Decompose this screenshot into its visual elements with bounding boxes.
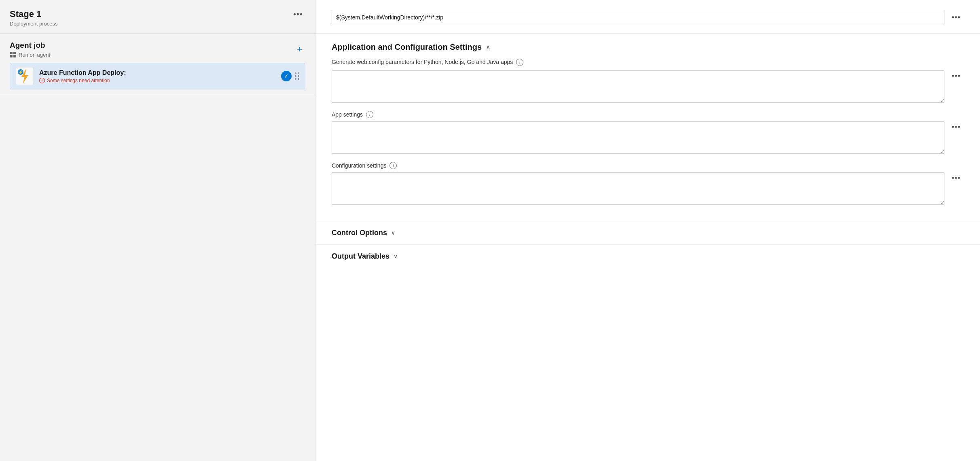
right-panel: ••• Application and Configuration Settin… bbox=[315, 0, 980, 461]
task-check-icon: ✓ bbox=[281, 71, 292, 81]
generate-webconfig-label: Generate web.config parameters for Pytho… bbox=[332, 58, 964, 66]
config-settings-label-row: Configuration settings i bbox=[332, 162, 964, 169]
svg-text:⚡: ⚡ bbox=[18, 70, 23, 75]
agent-grid-icon bbox=[10, 51, 16, 58]
config-settings-info-icon[interactable]: i bbox=[389, 162, 397, 169]
control-options-section: Control Options ∨ bbox=[315, 221, 980, 244]
task-actions: ✓ bbox=[281, 71, 299, 81]
task-warning: ! Some settings need attention bbox=[39, 78, 275, 83]
generate-webconfig-row: ••• bbox=[332, 70, 964, 103]
config-settings-ellipsis-button[interactable]: ••• bbox=[948, 172, 964, 184]
control-options-title: Control Options bbox=[332, 229, 387, 237]
left-panel: Stage 1 Deployment process ••• Agent job… bbox=[0, 0, 315, 461]
stage-header: Stage 1 Deployment process ••• bbox=[0, 0, 315, 34]
config-settings-row: ••• bbox=[332, 172, 964, 205]
agent-job-subtitle: Run on agent bbox=[10, 51, 50, 58]
top-ellipsis-button[interactable]: ••• bbox=[948, 12, 964, 23]
app-config-title: Application and Configuration Settings bbox=[332, 42, 482, 52]
config-settings-textarea[interactable] bbox=[332, 172, 944, 205]
svg-rect-3 bbox=[13, 55, 16, 57]
app-settings-ellipsis-button[interactable]: ••• bbox=[948, 121, 964, 133]
generate-webconfig-ellipsis-button[interactable]: ••• bbox=[948, 70, 964, 82]
app-config-chevron-icon: ∧ bbox=[486, 43, 491, 51]
stage-more-button[interactable]: ••• bbox=[291, 9, 305, 20]
azure-function-task[interactable]: ⚡ Azure Function App Deploy: ! Some sett… bbox=[10, 63, 305, 89]
control-options-chevron-icon: ∨ bbox=[391, 229, 395, 236]
run-on-agent-label: Run on agent bbox=[19, 52, 50, 58]
svg-rect-2 bbox=[10, 55, 13, 57]
app-settings-label-row: App settings i bbox=[332, 111, 964, 118]
output-variables-section: Output Variables ∨ bbox=[315, 244, 980, 268]
stage-subtitle: Deployment process bbox=[10, 21, 58, 27]
stage-title: Stage 1 bbox=[10, 9, 58, 19]
output-variables-title: Output Variables bbox=[332, 252, 389, 261]
package-path-input[interactable] bbox=[332, 10, 944, 25]
output-variables-chevron-icon: ∨ bbox=[394, 253, 398, 259]
generate-info-icon[interactable]: i bbox=[516, 59, 523, 66]
app-config-section-header[interactable]: Application and Configuration Settings ∧ bbox=[315, 34, 980, 58]
agent-job-info: Agent job Run on agent bbox=[10, 41, 50, 58]
agent-job-header: Agent job Run on agent + bbox=[10, 41, 305, 58]
generate-webconfig-textarea[interactable] bbox=[332, 70, 944, 103]
app-config-body: Generate web.config parameters for Pytho… bbox=[315, 58, 980, 221]
task-drag-handle[interactable] bbox=[295, 72, 299, 80]
stage-info: Stage 1 Deployment process bbox=[10, 9, 58, 27]
azure-function-icon: ⚡ bbox=[16, 67, 34, 85]
app-settings-info-icon[interactable]: i bbox=[366, 111, 373, 118]
task-title: Azure Function App Deploy: bbox=[39, 69, 275, 76]
svg-rect-1 bbox=[13, 52, 16, 54]
add-task-button[interactable]: + bbox=[294, 43, 305, 55]
svg-text:!: ! bbox=[41, 79, 42, 83]
agent-job-section: Agent job Run on agent + bbox=[0, 34, 315, 97]
control-options-header[interactable]: Control Options ∨ bbox=[315, 221, 980, 244]
svg-rect-0 bbox=[10, 52, 13, 54]
app-settings-textarea[interactable] bbox=[332, 121, 944, 154]
warning-icon: ! bbox=[39, 78, 45, 83]
agent-job-title: Agent job bbox=[10, 41, 50, 50]
top-field-row: ••• bbox=[315, 0, 980, 34]
task-info: Azure Function App Deploy: ! Some settin… bbox=[39, 69, 275, 83]
app-settings-row: ••• bbox=[332, 121, 964, 154]
output-variables-header[interactable]: Output Variables ∨ bbox=[315, 245, 980, 268]
